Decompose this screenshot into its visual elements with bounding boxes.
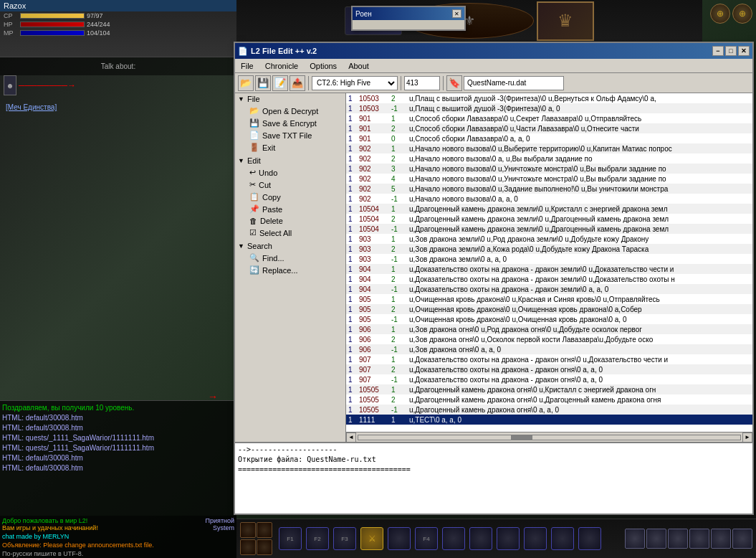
menu-about[interactable]: About	[343, 60, 375, 72]
delete-item[interactable]: 🗑 Delete	[235, 215, 345, 227]
table-row[interactable]: 19023u,Начало нового вызова\0 u,Уничтожь…	[346, 164, 752, 174]
table-row[interactable]: 19021u,Начало нового вызова\0 u,Выберите…	[346, 143, 752, 153]
nav-btn-3[interactable]	[240, 539, 256, 555]
cell-col3: -1	[389, 284, 407, 294]
table-row[interactable]: 1105042u,Драгоценный камень дракона земл…	[346, 214, 752, 224]
ui-btn-3[interactable]	[668, 529, 688, 549]
nav-btn-4[interactable]	[257, 539, 272, 555]
tool-save-btn[interactable]: 💾	[255, 75, 271, 91]
table-row[interactable]: 19012u,Способ сборки Лавазавра\0 u,Части…	[346, 123, 752, 133]
table-row[interactable]: 19062u,Зов дракона огня\0 u,Осколок перв…	[346, 334, 752, 344]
menu-circle-btn-1[interactable]: ⊕	[710, 4, 730, 24]
table-row[interactable]: 19032u,Зов дракона земли\0 a,Кожа рода\0…	[346, 244, 752, 254]
table-row[interactable]: 1905-1u,Очищенная кровь дракона\0 u,Очищ…	[346, 314, 752, 324]
ui-btn-2[interactable]	[646, 529, 666, 549]
table-row[interactable]: 19024u,Начало нового вызова\0 u,Уничтожь…	[346, 174, 752, 184]
table-row[interactable]: 19052u,Очищенная кровь дракона\0 u,Очище…	[346, 304, 752, 314]
exit-item[interactable]: 🚪 Exit	[235, 141, 345, 153]
minimize-btn[interactable]: −	[712, 46, 724, 56]
skill-slot-3[interactable]: F3	[333, 527, 356, 550]
skill-slot-2[interactable]: F2	[306, 527, 329, 550]
table-row[interactable]: 19061u,Зов дракона огня\0 u,Род дракона …	[346, 324, 752, 334]
id-input[interactable]	[404, 76, 440, 90]
skill-slot-9[interactable]	[497, 527, 520, 550]
paste-item[interactable]: 📌 Paste	[235, 203, 345, 215]
table-row[interactable]: 1903-1u,Зов дракона земли\0 a, a, 0	[346, 254, 752, 264]
cut-item[interactable]: ✂ Cut	[235, 179, 345, 191]
table-row[interactable]: 110504-1u,Драгоценный камень дракона зем…	[346, 224, 752, 234]
table-row[interactable]: 111111u,ТЕСТ\0 a, a, 0	[346, 415, 752, 425]
maximize-btn[interactable]: □	[725, 46, 737, 56]
menu-chronicle[interactable]: Chronicle	[259, 60, 304, 72]
table-row[interactable]: 110505-1u,Драгоценный камень дракона огн…	[346, 405, 752, 415]
copy-item[interactable]: 📋 Copy	[235, 191, 345, 203]
skill-slot-1[interactable]: F1	[279, 527, 302, 550]
open-decrypt-item[interactable]: 📂 Open & Decrypt	[235, 105, 345, 117]
close-btn[interactable]: ✕	[738, 46, 750, 56]
h-scroll-left-btn[interactable]: ◄	[346, 432, 356, 443]
tool-open-btn[interactable]: 📂	[238, 75, 254, 91]
menu-circle-btn-2[interactable]: ⊕	[732, 4, 752, 24]
search-section-header[interactable]: ▼ Search	[235, 240, 345, 252]
skill-slot-6[interactable]: F4	[415, 527, 438, 550]
ui-btn-1[interactable]	[625, 529, 645, 549]
skill-slot-4[interactable]: ⚔	[360, 527, 383, 550]
skill-slot-11[interactable]	[551, 527, 574, 550]
table-row[interactable]: 1906-1u,Зов дракона огня\0 a, a, 0	[346, 344, 752, 354]
roen-content	[353, 20, 464, 23]
h-scroll-right-btn[interactable]: ►	[742, 432, 752, 443]
table-row[interactable]: 1105052u,Драгоценный камень дракона огня…	[346, 394, 752, 405]
ui-btn-6[interactable]	[732, 529, 752, 549]
edit-section-label: Edit	[247, 156, 261, 165]
table-row[interactable]: 1105051u,Драгоценный камень дракона огня…	[346, 384, 752, 394]
tool-saveas-btn[interactable]: 📝	[272, 75, 288, 91]
version-select[interactable]: CT2.6: High Five	[312, 76, 398, 90]
file-section-header[interactable]: ▼ File	[235, 93, 345, 105]
ui-btn-5[interactable]	[711, 529, 731, 549]
ui-btn-4[interactable]	[689, 529, 709, 549]
skill-slot-5[interactable]	[388, 527, 411, 550]
cell-col3: -1	[389, 405, 407, 415]
table-row[interactable]: 1902-1u,Начало нового вызова\0 a, a, 0	[346, 194, 752, 204]
h-scroll-track[interactable]	[358, 435, 741, 440]
data-table-area[interactable]: 1105032u,Плащ с вышитой душой -3(Фринтез…	[346, 93, 752, 432]
undo-item[interactable]: ↩ Undo	[235, 166, 345, 179]
h-scroll[interactable]: ◄ ►	[346, 432, 752, 442]
table-row[interactable]: 19071u,Доказательство охоты на дракона -…	[346, 354, 752, 364]
skill-slot-12[interactable]	[578, 527, 601, 550]
table-row[interactable]: 19041u,Доказательство охоты на дракона -…	[346, 264, 752, 274]
table-row[interactable]: 110503-1u,Плащ с вышитой душой -3(Фринте…	[346, 103, 752, 113]
table-row[interactable]: 19072u,Доказательство охоты на дракона -…	[346, 364, 752, 374]
save-encrypt-item[interactable]: 💾 Save & Encrypt	[235, 117, 345, 129]
tool-export-btn[interactable]: 📤	[290, 75, 305, 91]
select-all-item[interactable]: ☑ Select All	[235, 227, 345, 239]
roen-close-btn[interactable]: ✕	[452, 9, 461, 18]
paste-label: Paste	[262, 205, 282, 214]
table-row[interactable]: 19011u,Способ сборки Лавазавра\0 u,Секре…	[346, 113, 752, 123]
save-txt-item[interactable]: 📄 Save TXT File	[235, 129, 345, 141]
table-row[interactable]: 19022u,Начало нового вызова\0 a, u,Вы вы…	[346, 153, 752, 164]
edit-section-header[interactable]: ▼ Edit	[235, 155, 345, 166]
h-scroll-thumb[interactable]	[511, 435, 532, 440]
skill-slot-10[interactable]	[524, 527, 547, 550]
skill-slot-7[interactable]	[442, 527, 465, 550]
replace-item[interactable]: 🔄 Replace...	[235, 264, 345, 276]
table-row[interactable]: 19031u,Зов дракона земли\0 u,Род дракона…	[346, 234, 752, 244]
table-row[interactable]: 19051u,Очищенная кровь дракона\0 u,Красн…	[346, 294, 752, 304]
table-row[interactable]: 19042u,Доказательство охоты на дракона -…	[346, 274, 752, 284]
cell-col2: 903	[357, 234, 389, 244]
menu-file[interactable]: File	[235, 60, 259, 72]
table-row[interactable]: 1904-1u,Доказательство охоты на дракона …	[346, 284, 752, 294]
table-row[interactable]: 19025u,Начало нового вызова\0 u,Задание …	[346, 184, 752, 194]
nav-btn-1[interactable]	[240, 522, 256, 538]
tool-flag-btn[interactable]: 🔖	[446, 75, 462, 91]
table-row[interactable]: 1105041u,Драгоценный камень дракона земл…	[346, 204, 752, 214]
table-row[interactable]: 1907-1u,Доказательство охоты на дракона …	[346, 374, 752, 384]
table-row[interactable]: 19010u,Способ сборки Лавазавра\0 a, a, 0	[346, 133, 752, 143]
nav-btn-2[interactable]	[257, 522, 272, 538]
meч-edinstva-link[interactable]: [Меч Единства]	[6, 103, 57, 111]
table-row[interactable]: 1105032u,Плащ с вышитой душой -3(Фринтез…	[346, 93, 752, 103]
find-item[interactable]: 🔍 Find...	[235, 252, 345, 264]
skill-slot-8[interactable]	[469, 527, 492, 550]
menu-options[interactable]: Options	[304, 60, 343, 72]
